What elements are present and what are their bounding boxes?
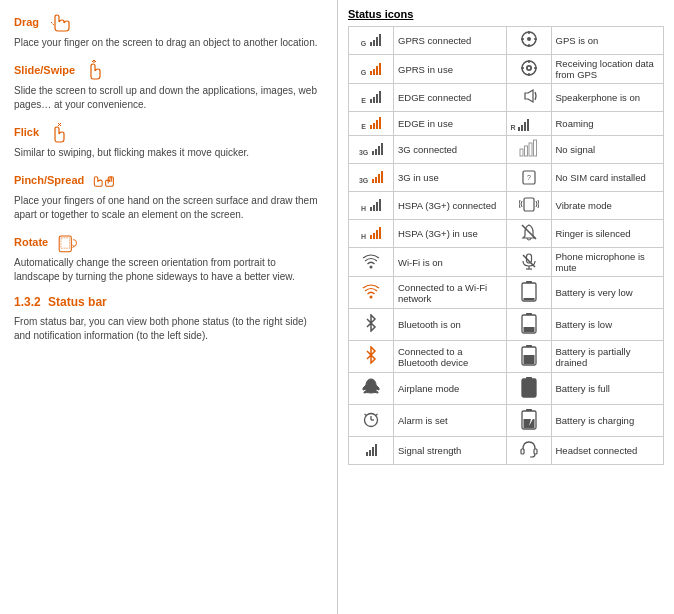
signal-bars bbox=[370, 61, 381, 75]
label-speakerphone: Speakerphone is on bbox=[551, 84, 664, 112]
svg-rect-49 bbox=[534, 449, 537, 454]
icon-mic-mute bbox=[506, 248, 551, 277]
battery-partial-icon bbox=[521, 344, 537, 366]
rotate-title: Rotate bbox=[14, 235, 48, 250]
svg-rect-15 bbox=[520, 149, 523, 156]
right-panel: Status icons G GPRS connected bbox=[337, 0, 674, 614]
icon-speakerphone bbox=[506, 84, 551, 112]
gesture-pinch: Pinch/Spread Place your fingers of one h… bbox=[14, 170, 323, 222]
icon-bluetooth-connected bbox=[349, 341, 394, 373]
pinch-desc: Place your fingers of one hand on the sc… bbox=[14, 194, 323, 222]
gesture-rotate: Rotate Automatically change the screen o… bbox=[14, 232, 323, 284]
icon-battery-full bbox=[506, 373, 551, 405]
svg-rect-17 bbox=[529, 143, 532, 156]
signal-strength-bars bbox=[366, 442, 377, 456]
pinch-title: Pinch/Spread bbox=[14, 173, 84, 188]
flick-desc: Similar to swiping, but flicking makes i… bbox=[14, 146, 323, 160]
icon-battery-low bbox=[506, 309, 551, 341]
table-row: H HSPA (3G+) in use Ringer is silenced bbox=[349, 220, 664, 248]
icon-vibrate bbox=[506, 192, 551, 220]
svg-rect-1 bbox=[61, 238, 70, 248]
icon-edge-connected: E bbox=[349, 84, 394, 112]
svg-point-10 bbox=[527, 66, 529, 68]
svg-rect-39 bbox=[526, 377, 532, 379]
table-row: G GPRS in use bbox=[349, 55, 664, 84]
svg-rect-18 bbox=[533, 140, 536, 156]
table-row: Bluetooth is on Battery is low bbox=[349, 309, 664, 341]
table-row: Signal strength Headset connected bbox=[349, 437, 664, 465]
status-icons-title: Status icons bbox=[348, 8, 664, 20]
svg-rect-47 bbox=[523, 419, 534, 428]
label-battery-very-low: Battery is very low bbox=[551, 277, 664, 309]
table-row: Connected to a Wi-Fi network Battery is … bbox=[349, 277, 664, 309]
battery-low-icon bbox=[521, 312, 537, 334]
label-gps-on: GPS is on bbox=[551, 27, 664, 55]
label-edge-connected: EDGE connected bbox=[394, 84, 507, 112]
icon-edge-in-use: E bbox=[349, 112, 394, 136]
label-ringer-silenced: Ringer is silenced bbox=[551, 220, 664, 248]
svg-line-43 bbox=[365, 414, 368, 416]
signal-bars bbox=[372, 141, 383, 155]
label-battery-partial: Battery is partially drained bbox=[551, 341, 664, 373]
label-no-signal: No signal bbox=[551, 136, 664, 164]
signal-bars bbox=[370, 89, 381, 103]
svg-point-28 bbox=[370, 296, 373, 299]
location-dot-icon bbox=[520, 59, 538, 77]
label-battery-charging: Battery is charging bbox=[551, 405, 664, 437]
icon-roaming: R bbox=[506, 112, 551, 136]
battery-full-icon bbox=[521, 376, 537, 398]
rotate-icon bbox=[54, 232, 80, 254]
alarm-icon bbox=[362, 410, 380, 428]
table-row: Airplane mode Battery is full bbox=[349, 373, 664, 405]
label-hspa-connected: HSPA (3G+) connected bbox=[394, 192, 507, 220]
label-no-sim: No SIM card installed bbox=[551, 164, 664, 192]
bluetooth-on-icon bbox=[364, 314, 378, 332]
rotate-desc: Automatically change the screen orientat… bbox=[14, 256, 323, 284]
icon-no-signal bbox=[506, 136, 551, 164]
svg-rect-37 bbox=[523, 355, 534, 364]
no-sim-icon: ? bbox=[520, 167, 538, 185]
label-hspa-in-use: HSPA (3G+) in use bbox=[394, 220, 507, 248]
icon-airplane-mode bbox=[349, 373, 394, 405]
battery-charging-icon bbox=[521, 408, 537, 430]
svg-rect-38 bbox=[522, 379, 536, 397]
signal-bars bbox=[370, 225, 381, 239]
ringer-silenced-icon bbox=[520, 223, 538, 241]
subsection-number: 1.3.2 bbox=[14, 295, 41, 309]
mic-mute-icon bbox=[520, 252, 538, 270]
roaming-icon: R bbox=[511, 117, 547, 131]
drag-title: Drag bbox=[14, 15, 39, 30]
flick-icon bbox=[45, 122, 71, 144]
svg-rect-34 bbox=[523, 327, 534, 332]
svg-rect-16 bbox=[524, 146, 527, 156]
signal-bars bbox=[370, 32, 381, 46]
label-bluetooth-connected: Connected to a Bluetooth device bbox=[394, 341, 507, 373]
table-row: E EDGE in use R bbox=[349, 112, 664, 136]
slide-desc: Slide the screen to scroll up and down t… bbox=[14, 84, 323, 112]
signal-bars bbox=[370, 115, 381, 129]
label-wifi-on: Wi-Fi is on bbox=[394, 248, 507, 277]
wifi-connected-icon bbox=[362, 283, 380, 299]
label-alarm: Alarm is set bbox=[394, 405, 507, 437]
icon-3g-connected: 3G bbox=[349, 136, 394, 164]
icon-location-gps bbox=[506, 55, 551, 84]
label-edge-in-use: EDGE in use bbox=[394, 112, 507, 136]
label-gprs-connected: GPRS connected bbox=[394, 27, 507, 55]
svg-point-23 bbox=[370, 265, 373, 268]
slide-title: Slide/Swipe bbox=[14, 63, 75, 78]
label-vibrate: Vibrate mode bbox=[551, 192, 664, 220]
icon-battery-partial bbox=[506, 341, 551, 373]
icon-battery-very-low bbox=[506, 277, 551, 309]
table-row: Connected to a Bluetooth device Battery … bbox=[349, 341, 664, 373]
label-signal-strength: Signal strength bbox=[394, 437, 507, 465]
icon-headset bbox=[506, 437, 551, 465]
label-battery-full: Battery is full bbox=[551, 373, 664, 405]
label-gprs-in-use: GPRS in use bbox=[394, 55, 507, 84]
label-headset: Headset connected bbox=[551, 437, 664, 465]
icon-ringer-silenced bbox=[506, 220, 551, 248]
label-3g-connected: 3G connected bbox=[394, 136, 507, 164]
icon-bluetooth-on bbox=[349, 309, 394, 341]
label-receiving-location: Receiving location data from GPS bbox=[551, 55, 664, 84]
headset-icon bbox=[520, 440, 538, 458]
label-airplane-mode: Airplane mode bbox=[394, 373, 507, 405]
